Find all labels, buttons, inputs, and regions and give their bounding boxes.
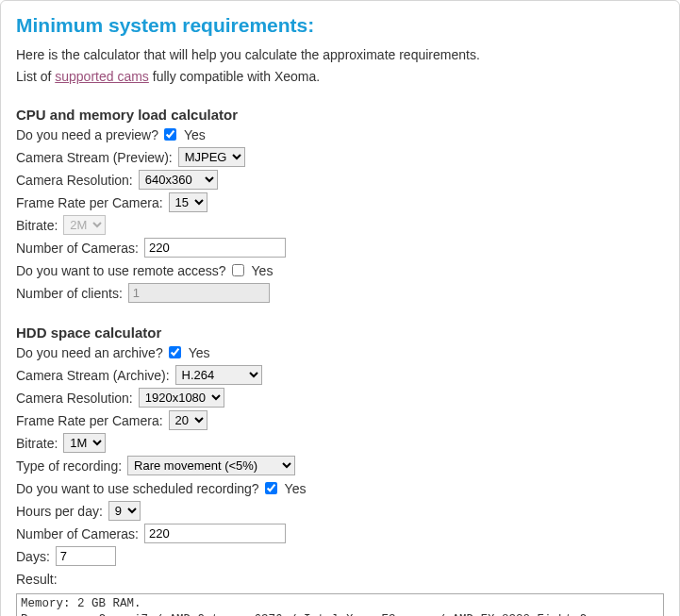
hdd-fps-select[interactable]: 20 — [169, 410, 207, 430]
record-type-select[interactable]: Rare movement (<5%) — [127, 456, 295, 475]
cpu-heading: CPU and memory load calculator — [16, 107, 664, 123]
supported-cams-link[interactable]: supported cams — [55, 69, 149, 84]
preview-stream-label: Camera Stream (Preview): — [16, 150, 173, 165]
cpu-fps-label: Frame Rate per Camera: — [16, 195, 163, 210]
remote-access-label: Do you want to use remote access? — [16, 263, 226, 278]
result-label: Result: — [16, 572, 58, 587]
cpu-num-cams-input[interactable] — [144, 238, 286, 258]
days-input[interactable] — [56, 546, 116, 566]
archive-stream-label: Camera Stream (Archive): — [16, 368, 170, 383]
hdd-resolution-select[interactable]: 1920x1080 — [139, 388, 224, 408]
archive-checkbox[interactable] — [169, 346, 181, 358]
cpu-resolution-select[interactable]: 640x360 — [139, 170, 218, 190]
days-label: Days: — [16, 549, 50, 564]
preview-stream-select[interactable]: MJPEG — [178, 147, 245, 167]
intro-line-2-prefix: List of — [16, 69, 55, 84]
cpu-resolution-label: Camera Resolution: — [16, 173, 133, 188]
hdd-fps-label: Frame Rate per Camera: — [16, 413, 163, 428]
archive-label: Do you need an archive? — [16, 345, 163, 360]
archive-yes-label: Yes — [189, 345, 210, 360]
hdd-bitrate-label: Bitrate: — [16, 436, 58, 451]
remote-access-yes-label: Yes — [252, 263, 274, 278]
hdd-bitrate-select[interactable]: 1M — [63, 433, 106, 453]
scheduled-checkbox[interactable] — [265, 482, 277, 494]
page-title: Minimum system requirements: — [16, 14, 664, 37]
preview-label: Do you need a preview? — [16, 127, 158, 142]
cpu-fps-select[interactable]: 15 — [169, 192, 207, 212]
clients-label: Number of clients: — [16, 286, 123, 301]
record-type-label: Type of recording: — [16, 458, 122, 474]
intro-line-2-suffix: fully compatible with Xeoma. — [149, 69, 320, 84]
preview-checkbox[interactable] — [164, 128, 176, 141]
cpu-bitrate-select: 2M — [63, 215, 106, 235]
hdd-resolution-label: Camera Resolution: — [16, 391, 133, 406]
cpu-num-cams-label: Number of Cameras: — [16, 241, 139, 256]
intro-line-2: List of supported cams fully compatible … — [16, 68, 664, 86]
remote-access-checkbox[interactable] — [232, 264, 244, 276]
hdd-num-cams-input[interactable] — [144, 524, 286, 543]
hours-label: Hours per day: — [16, 504, 103, 519]
hdd-num-cams-label: Number of Cameras: — [16, 526, 139, 541]
result-output[interactable] — [16, 593, 664, 616]
scheduled-label: Do you want to use scheduled recording? — [16, 481, 259, 496]
hdd-heading: HDD space calculator — [16, 325, 664, 341]
scheduled-yes-label: Yes — [285, 481, 307, 496]
preview-yes-label: Yes — [184, 127, 206, 142]
cpu-bitrate-label: Bitrate: — [16, 218, 58, 233]
intro-line-1: Here is the calculator that will help yo… — [16, 46, 664, 64]
calculator-panel: Minimum system requirements: Here is the… — [0, 0, 680, 616]
hours-select[interactable]: 9 — [108, 501, 141, 521]
clients-input — [128, 283, 270, 303]
archive-stream-select[interactable]: H.264 — [175, 365, 262, 385]
